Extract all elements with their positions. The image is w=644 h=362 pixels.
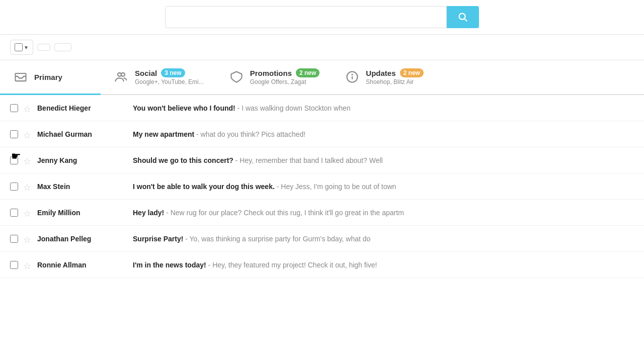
search-input[interactable]: [165, 6, 447, 28]
search-dropdown-button[interactable]: [431, 6, 447, 28]
email-subject: I won't be able to walk your dog this we…: [133, 183, 275, 191]
email-checkbox[interactable]: [10, 261, 18, 269]
email-row[interactable]: ☆ Jonathan Pelleg Surprise Party! - Yo, …: [0, 226, 644, 252]
tab-text-promotions: Promotions2 new Google Offers, Zagat: [250, 68, 320, 85]
star-icon[interactable]: ☆: [23, 260, 32, 269]
email-body: - Hey, they featured my project! Check i…: [206, 261, 377, 269]
email-sender: Emily Million: [37, 209, 128, 217]
tab-primary[interactable]: Primary: [0, 60, 101, 95]
email-subject: Should we go to this concert?: [133, 156, 233, 164]
email-subject: Hey lady!: [133, 209, 164, 217]
tab-sub-updates: Shoehop, Blitz Air: [366, 78, 424, 85]
tab-label-updates: Updates2 new: [366, 68, 424, 77]
tab-label-social: Social3 new: [135, 68, 204, 77]
star-icon[interactable]: ☆: [23, 156, 32, 165]
tab-social[interactable]: Social3 new Google+, YouTube, Emi...: [101, 60, 216, 95]
tab-icon-inbox: [12, 68, 29, 85]
tab-icon-info: [344, 68, 361, 85]
email-row[interactable]: ☆ Max Stein I won't be able to walk your…: [0, 173, 644, 200]
svg-point-4: [121, 73, 125, 76]
tab-icon-people: [113, 68, 130, 85]
tab-label-promotions: Promotions2 new: [250, 68, 320, 77]
tabs-bar: Primary Social3 new Google+, YouTube, Em…: [0, 60, 644, 95]
more-button[interactable]: [54, 43, 71, 51]
star-icon[interactable]: ☆: [23, 104, 32, 113]
email-preview: My new apartment - what do you think? Pi…: [133, 130, 634, 138]
search-icon: [457, 12, 468, 23]
email-subject: My new apartment: [133, 130, 194, 138]
email-body: - Hey Jess, I'm going to be out of town: [275, 183, 396, 191]
email-row[interactable]: ☆ Jenny Kang Should we go to this concer…: [0, 147, 644, 173]
email-sender: Jonathan Pelleg: [37, 235, 128, 243]
svg-line-1: [464, 19, 467, 21]
tab-badge-social: 3 new: [161, 68, 185, 77]
tab-text-updates: Updates2 new Shoehop, Blitz Air: [366, 68, 424, 85]
refresh-button[interactable]: [37, 44, 50, 51]
star-icon[interactable]: ☆: [23, 234, 32, 243]
email-sender: Benedict Hieger: [37, 104, 128, 112]
select-all-checkbox[interactable]: [15, 43, 23, 51]
star-icon[interactable]: ☆: [23, 208, 32, 217]
email-checkbox[interactable]: [10, 104, 18, 112]
email-row[interactable]: ☆ Michael Gurman My new apartment - what…: [0, 121, 644, 147]
select-dropdown-icon: ▼: [24, 45, 29, 50]
email-row[interactable]: ☆ Benedict Hieger You won't believe who …: [0, 95, 644, 121]
email-preview: Should we go to this concert? - Hey, rem…: [133, 156, 634, 164]
email-preview: I won't be able to walk your dog this we…: [133, 183, 634, 191]
tab-text-social: Social3 new Google+, YouTube, Emi...: [135, 68, 204, 85]
tab-promotions[interactable]: Promotions2 new Google Offers, Zagat: [216, 60, 332, 95]
email-subject: Surprise Party!: [133, 235, 183, 243]
email-preview: I'm in the news today! - Hey, they featu…: [133, 261, 634, 269]
tab-sub-promotions: Google Offers, Zagat: [250, 78, 320, 85]
tab-badge-updates: 2 new: [400, 68, 424, 77]
email-body: - I was walking down Stockton when: [235, 104, 351, 112]
tab-label-primary: Primary: [34, 73, 62, 81]
email-checkbox[interactable]: [10, 183, 18, 191]
tab-icon-tag: [228, 68, 245, 85]
email-subject: You won't believe who I found!: [133, 104, 235, 112]
email-sender: Jenny Kang: [37, 156, 128, 164]
svg-point-8: [352, 74, 353, 75]
tab-badge-promotions: 2 new: [296, 68, 319, 77]
star-icon[interactable]: ☆: [23, 130, 32, 139]
email-row[interactable]: ☆ Ronnie Allman I'm in the news today! -…: [0, 252, 644, 278]
svg-rect-2: [16, 73, 26, 81]
email-sender: Michael Gurman: [37, 130, 128, 138]
email-body: - New rug for our place? Check out this …: [164, 209, 404, 217]
email-list: ☆ Benedict Hieger You won't believe who …: [0, 95, 644, 278]
email-body: - what do you think? Pics attached!: [194, 130, 305, 138]
email-body: - Hey, remember that band I talked about…: [233, 156, 383, 164]
email-checkbox[interactable]: [10, 209, 18, 217]
email-body: - Yo, was thinking a surprise party for …: [183, 235, 370, 243]
email-checkbox[interactable]: [10, 156, 18, 164]
email-preview: Hey lady! - New rug for our place? Check…: [133, 209, 634, 217]
email-checkbox[interactable]: [10, 130, 18, 138]
search-button[interactable]: [447, 6, 479, 28]
svg-point-0: [459, 14, 465, 20]
toolbar: ▼: [0, 35, 644, 60]
email-sender: Max Stein: [37, 183, 128, 191]
select-all-wrap[interactable]: ▼: [10, 40, 33, 55]
tab-updates[interactable]: Updates2 new Shoehop, Blitz Air: [332, 60, 436, 95]
email-subject: I'm in the news today!: [133, 261, 206, 269]
email-row[interactable]: ☆ Emily Million Hey lady! - New rug for …: [0, 200, 644, 226]
tab-sub-social: Google+, YouTube, Emi...: [135, 78, 204, 85]
svg-point-3: [118, 73, 121, 76]
email-preview: You won't believe who I found! - I was w…: [133, 104, 634, 112]
top-bar: [0, 0, 644, 35]
email-preview: Surprise Party! - Yo, was thinking a sur…: [133, 235, 634, 243]
email-sender: Ronnie Allman: [37, 261, 128, 269]
search-wrap: [165, 6, 447, 28]
star-icon[interactable]: ☆: [23, 182, 32, 191]
tab-text-primary: Primary: [34, 73, 62, 81]
email-checkbox[interactable]: [10, 235, 18, 243]
